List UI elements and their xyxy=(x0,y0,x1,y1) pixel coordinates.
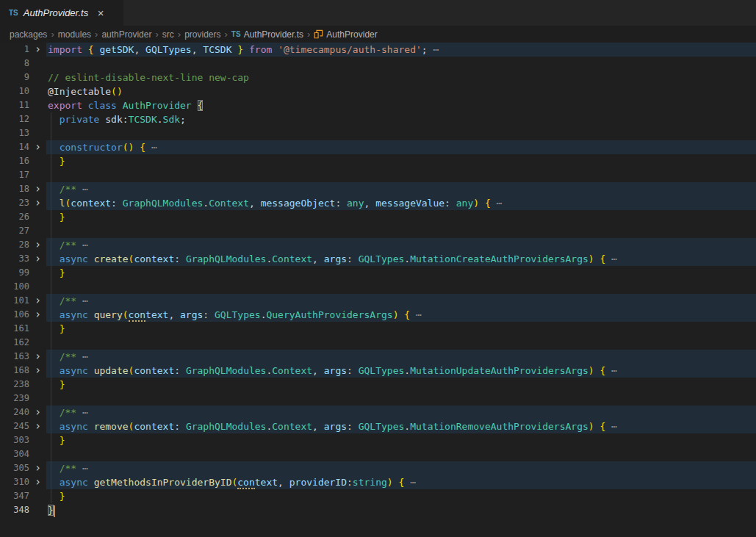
code-line[interactable]: 33› async create(context: GraphQLModules… xyxy=(0,252,756,266)
line-number[interactable]: 310 xyxy=(0,475,29,489)
code-line[interactable]: 13 xyxy=(0,126,756,140)
code-line[interactable]: 1›import { getSDK, GQLTypes, TCSDK } fro… xyxy=(0,43,756,57)
fold-chevron-icon[interactable]: › xyxy=(29,475,46,489)
code-line[interactable]: 168› async update(context: GraphQLModule… xyxy=(0,364,756,378)
fold-chevron-icon[interactable]: › xyxy=(29,140,46,154)
line-number[interactable]: 348 xyxy=(0,503,29,517)
line-number[interactable]: 14 xyxy=(0,140,29,154)
code-line[interactable]: 347 } xyxy=(0,489,756,503)
code-token: ) xyxy=(473,198,479,209)
fold-chevron-icon[interactable]: › xyxy=(29,419,46,433)
fold-chevron-icon[interactable]: › xyxy=(29,294,46,308)
gutter-spacer xyxy=(29,154,46,168)
code-line[interactable]: 239 xyxy=(0,392,756,406)
line-number[interactable]: 305 xyxy=(0,461,29,475)
line-number[interactable]: 11 xyxy=(0,98,29,112)
line-number[interactable]: 245 xyxy=(0,419,29,433)
code-line[interactable]: 27 xyxy=(0,224,756,238)
line-number[interactable]: 1 xyxy=(0,43,29,57)
code-line[interactable]: 245› async remove(context: GraphQLModule… xyxy=(0,419,756,433)
code-line[interactable]: 163› /** ⋯ xyxy=(0,350,756,364)
line-number[interactable]: 240 xyxy=(0,406,29,419)
breadcrumb-folder[interactable]: authProvider xyxy=(101,29,151,40)
code-line[interactable]: 12 private sdk:TCSDK.Sdk; xyxy=(0,112,756,126)
code-token: : xyxy=(347,253,359,264)
breadcrumb-symbol[interactable]: AuthProvider xyxy=(314,29,377,40)
line-number[interactable]: 304 xyxy=(0,447,29,461)
code-line[interactable]: 99 } xyxy=(0,266,756,280)
code-line[interactable]: 17 xyxy=(0,168,756,182)
code-line[interactable]: 303 } xyxy=(0,433,756,447)
fold-chevron-icon[interactable]: › xyxy=(29,406,46,419)
fold-chevron-icon[interactable]: › xyxy=(29,364,46,378)
line-number[interactable]: 26 xyxy=(0,210,29,224)
code-line[interactable]: 240› /** ⋯ xyxy=(0,406,756,419)
breadcrumb-folder[interactable]: packages xyxy=(10,29,47,40)
code-line[interactable]: 310› async getMethodsInProviderByID(cont… xyxy=(0,475,756,489)
code-line[interactable]: 161 } xyxy=(0,322,756,336)
line-number[interactable]: 23 xyxy=(0,196,29,210)
code-line[interactable]: 10@Injectable() xyxy=(0,84,756,98)
tab-authprovider[interactable]: TS AuthProvider.ts × xyxy=(0,0,123,26)
line-number[interactable]: 9 xyxy=(0,71,29,84)
code-line[interactable]: 100 xyxy=(0,280,756,294)
code-line[interactable]: 26 } xyxy=(0,210,756,224)
line-number[interactable]: 8 xyxy=(0,57,29,71)
line-number[interactable]: 163 xyxy=(0,350,29,364)
gutter-spacer xyxy=(29,503,46,517)
line-number[interactable]: 18 xyxy=(0,182,29,196)
line-number[interactable]: 27 xyxy=(0,224,29,238)
fold-chevron-icon[interactable]: › xyxy=(29,238,46,252)
fold-chevron-icon[interactable]: › xyxy=(29,350,46,364)
line-number[interactable]: 239 xyxy=(0,392,29,406)
fold-chevron-icon[interactable]: › xyxy=(29,308,46,322)
code-line[interactable]: 8 xyxy=(0,57,756,71)
code-editor[interactable]: 1›import { getSDK, GQLTypes, TCSDK } fro… xyxy=(0,43,756,537)
code-line[interactable]: 106› async query(context, args: GQLTypes… xyxy=(0,308,756,322)
line-number[interactable]: 106 xyxy=(0,308,29,322)
line-number[interactable]: 303 xyxy=(0,433,29,447)
code-token: args xyxy=(324,253,347,264)
code-line[interactable]: 162 xyxy=(0,336,756,350)
code-line[interactable]: 18› /** ⋯ xyxy=(0,182,756,196)
code-line[interactable]: 9// eslint-disable-next-line new-cap xyxy=(0,71,756,84)
line-number[interactable]: 347 xyxy=(0,489,29,503)
line-number[interactable]: 17 xyxy=(0,168,29,182)
code-line[interactable]: 348} xyxy=(0,503,756,517)
fold-chevron-icon[interactable]: › xyxy=(29,461,46,475)
code-line[interactable]: 28› /** ⋯ xyxy=(0,238,756,252)
fold-chevron-icon[interactable]: › xyxy=(29,196,46,210)
code-token: ⋯ xyxy=(404,477,416,488)
line-number[interactable]: 161 xyxy=(0,322,29,336)
code-line[interactable]: 238 } xyxy=(0,378,756,392)
line-number[interactable]: 99 xyxy=(0,266,29,280)
line-number[interactable]: 10 xyxy=(0,84,29,98)
code-line[interactable]: 305› /** ⋯ xyxy=(0,461,756,475)
line-number[interactable]: 100 xyxy=(0,280,29,294)
code-line[interactable]: 101› /** ⋯ xyxy=(0,294,756,308)
line-number[interactable]: 238 xyxy=(0,378,29,392)
line-number[interactable]: 13 xyxy=(0,126,29,140)
code-line-content xyxy=(46,447,756,461)
code-line[interactable]: 304 xyxy=(0,447,756,461)
line-number[interactable]: 28 xyxy=(0,238,29,252)
code-line[interactable]: 23› l(context: GraphQLModules.Context, m… xyxy=(0,196,756,210)
line-number[interactable]: 33 xyxy=(0,252,29,266)
fold-chevron-icon[interactable]: › xyxy=(29,43,46,57)
code-line-content: } xyxy=(46,433,756,447)
fold-chevron-icon[interactable]: › xyxy=(29,182,46,196)
breadcrumb-folder[interactable]: providers xyxy=(184,29,220,40)
breadcrumb-folder[interactable]: src xyxy=(162,29,174,40)
breadcrumb-file[interactable]: TSAuthProvider.ts xyxy=(231,29,303,40)
code-line[interactable]: 16 } xyxy=(0,154,756,168)
line-number[interactable]: 101 xyxy=(0,294,29,308)
fold-chevron-icon[interactable]: › xyxy=(29,252,46,266)
line-number[interactable]: 162 xyxy=(0,336,29,350)
line-number[interactable]: 12 xyxy=(0,112,29,126)
breadcrumb-folder[interactable]: modules xyxy=(58,29,91,40)
line-number[interactable]: 168 xyxy=(0,364,29,378)
close-icon[interactable]: × xyxy=(93,6,108,21)
code-line[interactable]: 11export class AuthProvider { xyxy=(0,98,756,112)
code-line[interactable]: 14› constructor() { ⋯ xyxy=(0,140,756,154)
line-number[interactable]: 16 xyxy=(0,154,29,168)
